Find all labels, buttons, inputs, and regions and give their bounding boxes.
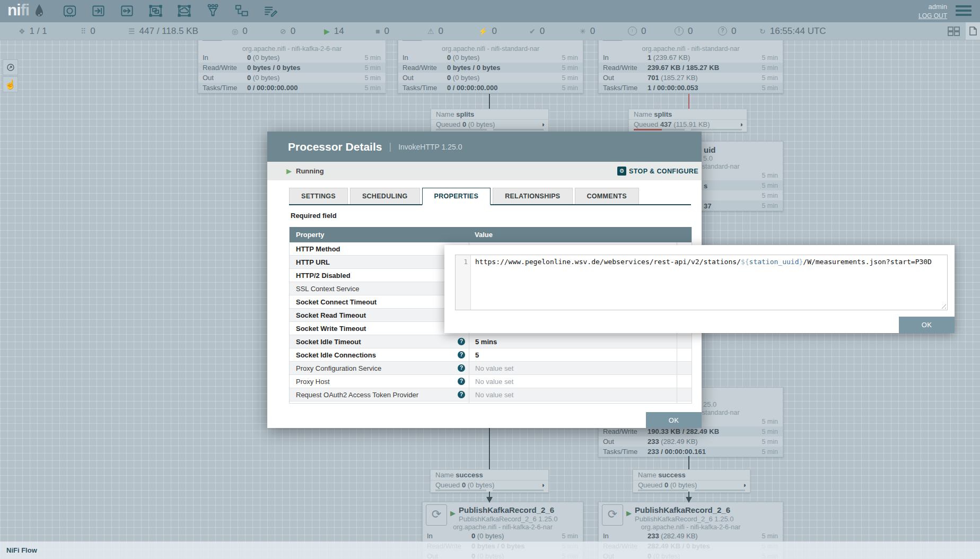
global-menu-button[interactable] [956, 5, 972, 16]
processor-tool[interactable] [63, 4, 77, 18]
status-not-transmitting: ⊘0 [280, 22, 295, 40]
stop-and-configure-button[interactable]: ⚙ STOP & CONFIGURE [617, 162, 698, 180]
hamburger-icon [956, 5, 972, 7]
help-question-icon[interactable]: ? [458, 378, 465, 385]
help-question-icon[interactable]: ? [458, 351, 465, 359]
connection-name: Name success [633, 470, 750, 481]
property-row[interactable]: Proxy Host?No value set [290, 375, 692, 388]
status-running: ▶14 [324, 22, 344, 40]
output-port-icon [120, 4, 134, 18]
stat-row: Tasks/Time0 / 00:00:00.0005 min [198, 83, 386, 93]
property-value[interactable]: No value set [469, 362, 677, 374]
value-editor-code[interactable]: https://www.pegelonline.wsv.de/webservic… [471, 255, 947, 310]
connection-line[interactable] [489, 492, 490, 497]
input-port-tool[interactable] [91, 4, 106, 18]
load-balance-icon: ◑ [739, 120, 743, 129]
threads-icon: ⠿ [81, 27, 86, 36]
load-balance-icon: ◑ [540, 120, 545, 129]
stat-row: In1 (239.67 KB)5 min [599, 53, 783, 63]
funnel-tool[interactable] [206, 4, 220, 18]
locally-modified-icon: ✳ [580, 27, 586, 36]
operate-palette-button[interactable]: ☝ [3, 76, 18, 92]
connection-queued: Queued 0 (0 bytes)◑ [431, 481, 548, 490]
not-transmitting-icon: ⊘ [280, 27, 286, 36]
connection-label-splits[interactable]: Name splitsQueued 0 (0 bytes)◑ [431, 109, 549, 132]
editor-ok-button[interactable]: OK [899, 317, 955, 333]
tab-properties[interactable]: PROPERTIES [422, 188, 491, 205]
stat-row: Tasks/Time1 / 00:00:00.0535 min [599, 83, 783, 93]
logout-link[interactable]: LOG OUT [918, 12, 947, 20]
remote-process-group-tool[interactable] [177, 4, 191, 18]
hand-pointer-icon: ☝ [5, 79, 16, 90]
property-row[interactable]: Socket Idle Connections?5 [290, 348, 692, 362]
property-name: Socket Connect Timeout? [290, 295, 469, 308]
running-label: Running [296, 167, 324, 175]
current-user: admin [918, 3, 947, 11]
connection-line[interactable] [688, 94, 689, 109]
stopped-icon: ■ [375, 27, 380, 36]
flow-status-bar: ❖1 / 1⠿0☰447 / 118.5 KB◎0⊘0▶14■0⚠0⚡0✔0✳0… [0, 22, 980, 40]
help-question-icon[interactable]: ? [458, 338, 465, 345]
status-stopped-count: 0 [384, 26, 389, 37]
processor-bundle: org.apache.nifi - nifi-kafka-2-6-nar [599, 523, 783, 531]
help-question-icon[interactable]: ? [458, 364, 465, 372]
template-tool[interactable] [234, 4, 249, 18]
tab-comments[interactable]: COMMENTS [575, 188, 639, 204]
connection-line[interactable] [489, 94, 490, 109]
tab-relationships[interactable]: RELATIONSHIPS [493, 188, 572, 204]
template-icon [234, 4, 249, 18]
tab-scheduling[interactable]: SCHEDULING [350, 188, 420, 204]
status-stale-count: 0 [641, 26, 646, 37]
connection-line[interactable] [688, 456, 689, 469]
property-row[interactable]: Request OAuth2 Access Token Provider?No … [290, 388, 692, 401]
connection-label-splits[interactable]: Name splitsQueued 437 (115.91 KB)◑ [628, 109, 747, 132]
connection-label-success[interactable]: Name successQueued 0 (0 bytes)◑ [633, 469, 750, 493]
property-value[interactable]: 5 mins [469, 335, 677, 348]
partial-text-fragment: 37 [704, 202, 711, 210]
status-stopped: ■0 [375, 22, 389, 40]
property-row[interactable]: Proxy Configuration Service?No value set [290, 362, 692, 375]
label-tool[interactable] [263, 4, 277, 18]
status-threads: ⠿0 [81, 22, 95, 40]
url-segment-plain: https://www.pegelonline.wsv.de/webservic… [475, 258, 741, 266]
value-editor[interactable]: 1 https://www.pegelonline.wsv.de/webserv… [455, 255, 948, 310]
status-transmitting-count: 0 [242, 26, 247, 37]
property-name: Request Username? [290, 401, 469, 404]
status-locally-modified-count: 0 [590, 26, 595, 37]
property-value[interactable]: 5 [469, 348, 677, 361]
property-row[interactable]: Socket Idle Timeout?5 mins [290, 335, 692, 348]
navigate-palette-button[interactable] [3, 59, 18, 75]
status-cluster-count: 1 / 1 [30, 26, 47, 37]
output-port-tool[interactable] [120, 4, 134, 18]
refresh-icon[interactable]: ↻ [759, 27, 766, 36]
property-value[interactable]: No value set [469, 401, 677, 404]
property-value[interactable]: No value set [469, 375, 677, 388]
stat-row: Read/Write0 bytes / 0 bytes5 min [198, 63, 386, 73]
stat-row: Tasks/Time233 / 00:00:00.1615 min [599, 447, 783, 457]
processor-bundle: org.apache.nifi - nifi-standard-nar [599, 45, 783, 53]
property-value[interactable]: No value set [469, 388, 677, 401]
help-question-icon[interactable]: ? [458, 391, 465, 398]
connection-label-success[interactable]: Name successQueued 0 (0 bytes)◑ [430, 469, 549, 493]
status-invalid: ⚠0 [427, 22, 443, 40]
tab-settings[interactable]: SETTINGS [289, 188, 348, 204]
process-group-tool[interactable] [148, 4, 163, 18]
property-extra-cell [677, 348, 692, 361]
invalid-icon: ⚠ [427, 27, 434, 36]
summary-panel-button[interactable] [966, 22, 980, 40]
connection-line[interactable] [489, 428, 490, 469]
property-row[interactable]: Request Username?No value set [290, 401, 692, 404]
processor-type: PublishKafkaRecord_2_6 1.25.0 [459, 515, 557, 523]
processor-type-icon: ⟳ [602, 504, 623, 526]
locally-modified-stale-icon: ! [675, 27, 684, 36]
url-segment-variable: station_uuid [749, 258, 799, 266]
compass-arrow-icon [6, 63, 15, 72]
dialog-ok-button[interactable]: OK [646, 412, 702, 428]
logo-text-fi: fi [21, 1, 29, 19]
breadcrumb[interactable]: NiFi Flow [6, 546, 37, 554]
connection-line[interactable] [688, 492, 689, 497]
nifi-application-window: ⟳▶org.apache.nifi - nifi-kafka-2-6-narIn… [0, 0, 980, 559]
disabled-icon: ⚡ [478, 27, 487, 36]
grid-toggle-icon[interactable] [948, 27, 960, 36]
running-icon: ▶ [324, 27, 330, 36]
